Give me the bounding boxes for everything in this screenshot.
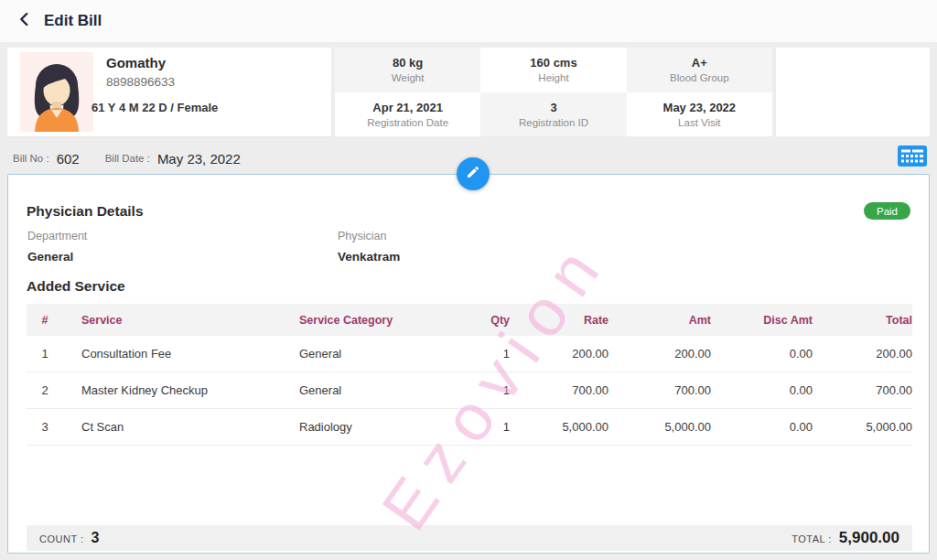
patient-avatar bbox=[20, 52, 93, 132]
stat-label: Registration Date bbox=[367, 117, 448, 128]
department-value: General bbox=[27, 250, 73, 264]
titlebar: Edit Bill bbox=[0, 0, 937, 42]
table-cell: 2 bbox=[27, 383, 63, 397]
stat-blood-group: A+Blood Group bbox=[627, 48, 772, 92]
stat-value: 160 cms bbox=[530, 56, 576, 70]
stat-label: Weight bbox=[392, 72, 425, 83]
table-row[interactable]: 3Ct ScanRadiology15,000.005,000.000.005,… bbox=[27, 409, 912, 446]
patient-age-gender: 61 Y 4 M 22 D / Female bbox=[92, 101, 218, 114]
stat-value: 3 bbox=[550, 101, 556, 114]
table-cell: General bbox=[281, 347, 468, 361]
table-cell: 0.00 bbox=[711, 420, 813, 434]
table-cell: 0.00 bbox=[711, 383, 813, 397]
patient-card: Gomathy 8898896633 61 Y 4 M 22 D / Femal… bbox=[7, 48, 930, 136]
keyboard-icon bbox=[898, 145, 927, 170]
added-service-title: Added Service bbox=[27, 278, 125, 295]
physician-value: Venkatram bbox=[338, 250, 400, 264]
edit-bill-button[interactable] bbox=[457, 157, 490, 190]
stat-value: 80 kg bbox=[393, 56, 423, 70]
patient-phone: 8898896633 bbox=[106, 75, 175, 89]
stat-value: A+ bbox=[692, 56, 707, 70]
table-cell: General bbox=[281, 383, 468, 397]
back-button[interactable] bbox=[15, 11, 35, 31]
physician-label: Physician bbox=[338, 230, 387, 242]
table-cell: Radiology bbox=[281, 420, 468, 434]
stat-height: 160 cmsHeight bbox=[480, 48, 626, 92]
page-title: Edit Bill bbox=[44, 12, 102, 30]
count-group: COUNT : 3 bbox=[39, 530, 99, 546]
table-cell: 1 bbox=[468, 347, 510, 361]
stat-registration-id: 3Registration ID bbox=[480, 92, 626, 137]
table-row[interactable]: 2Master Kidney CheckupGeneral1700.00700.… bbox=[27, 372, 912, 409]
stat-value: Apr 21, 2021 bbox=[372, 101, 443, 114]
stat-value: May 23, 2022 bbox=[663, 101, 737, 114]
bill-no-label: Bill No : bbox=[13, 153, 49, 164]
patient-info-section: Gomathy 8898896633 61 Y 4 M 22 D / Femal… bbox=[7, 48, 331, 136]
count-label: COUNT : bbox=[39, 533, 84, 544]
table-row[interactable]: 1Consultation FeeGeneral1200.00200.000.0… bbox=[27, 336, 912, 372]
pencil-icon bbox=[466, 165, 480, 183]
column-header: Qty bbox=[468, 314, 510, 327]
patient-name: Gomathy bbox=[106, 55, 166, 70]
services-table: #ServiceService CategoryQtyRateAmtDisc A… bbox=[27, 304, 912, 446]
table-cell: Consultation Fee bbox=[63, 347, 281, 361]
stat-weight: 80 kgWeight bbox=[335, 48, 480, 92]
total-value: 5,900.00 bbox=[839, 529, 899, 547]
column-header: Amt bbox=[609, 314, 711, 327]
table-cell: Master Kidney Checkup bbox=[63, 383, 281, 397]
bill-date-value: May 23, 2022 bbox=[157, 151, 241, 167]
services-table-body: 1Consultation FeeGeneral1200.00200.000.0… bbox=[27, 336, 912, 446]
table-cell: 700.00 bbox=[813, 383, 912, 397]
patient-stats-grid: 80 kgWeight160 cmsHeightA+Blood GroupApr… bbox=[335, 48, 772, 136]
table-cell: 3 bbox=[27, 420, 63, 434]
summary-bar: COUNT : 3 TOTAL : 5,900.00 bbox=[27, 525, 912, 551]
table-cell: 1 bbox=[468, 420, 510, 434]
column-header: Total bbox=[813, 314, 912, 327]
physician-details-title: Physician Details bbox=[27, 203, 144, 220]
table-cell: 5,000.00 bbox=[510, 420, 609, 434]
department-label: Department bbox=[27, 230, 87, 242]
table-cell: 700.00 bbox=[510, 383, 609, 397]
table-cell: 1 bbox=[468, 383, 510, 397]
column-header: Disc Amt bbox=[711, 314, 813, 327]
chevron-left-icon bbox=[16, 11, 33, 31]
stat-last-visit: May 23, 2022Last Visit bbox=[627, 92, 772, 137]
table-cell: 700.00 bbox=[609, 383, 711, 397]
stat-label: Height bbox=[538, 72, 568, 83]
table-cell: 200.00 bbox=[510, 347, 609, 361]
stat-registration-date: Apr 21, 2021Registration Date bbox=[335, 92, 480, 137]
total-label: TOTAL : bbox=[792, 533, 832, 544]
column-header: Rate bbox=[510, 314, 609, 327]
bill-no-value: 602 bbox=[57, 151, 80, 167]
total-group: TOTAL : 5,900.00 bbox=[792, 529, 899, 547]
bill-date-label: Bill Date : bbox=[105, 153, 150, 164]
column-header: Service bbox=[63, 314, 281, 327]
stat-label: Registration ID bbox=[519, 117, 588, 128]
table-cell: 5,000.00 bbox=[813, 420, 912, 434]
services-table-header: #ServiceService CategoryQtyRateAmtDisc A… bbox=[27, 304, 912, 336]
column-header: Service Category bbox=[281, 314, 468, 327]
column-header: # bbox=[27, 314, 63, 327]
table-cell: 0.00 bbox=[711, 347, 813, 361]
status-badge: Paid bbox=[864, 202, 910, 220]
keyboard-button[interactable] bbox=[897, 145, 928, 169]
table-cell: 1 bbox=[27, 347, 63, 361]
table-cell: 5,000.00 bbox=[609, 420, 711, 434]
patient-card-spacer bbox=[776, 48, 930, 136]
count-value: 3 bbox=[92, 530, 100, 546]
table-cell: 200.00 bbox=[609, 347, 711, 361]
table-cell: Ct Scan bbox=[63, 420, 281, 434]
stat-label: Blood Group bbox=[670, 72, 729, 83]
table-cell: 200.00 bbox=[813, 347, 912, 361]
bill-panel: Physician Details Paid Department Genera… bbox=[7, 174, 930, 554]
stat-label: Last Visit bbox=[678, 117, 720, 128]
